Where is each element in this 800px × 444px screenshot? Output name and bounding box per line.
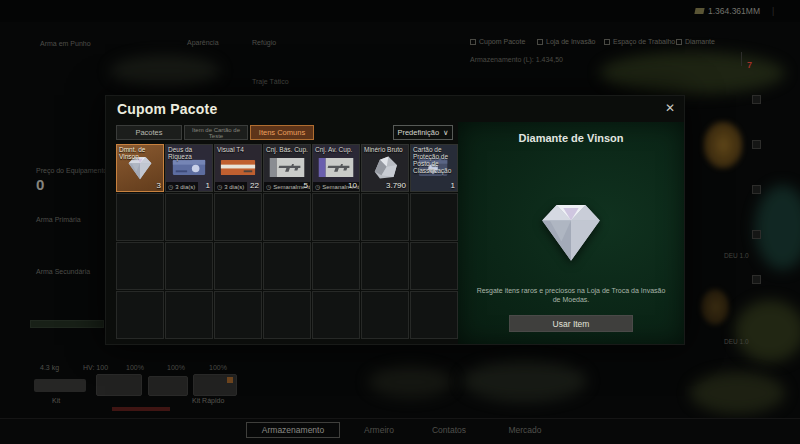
tab-pacotes[interactable]: Pacotes [116,125,182,140]
item-list-pane: Pacotes Item de Cartão de Teste Itens Co… [106,122,458,344]
divider [741,52,742,66]
item-cell-cart-o-de-prote-o-de-posto-de-classifica-o[interactable]: Cartão de Proteção de Posto de Classific… [410,144,458,192]
shop-icon [537,39,543,45]
map-texture [735,300,800,362]
side-menu-icon[interactable] [752,140,761,149]
empty-cell[interactable] [410,291,458,339]
side-menu-icon[interactable] [752,185,761,194]
empty-cell[interactable] [410,242,458,290]
item-name: Cnj. Av. Cup. [315,146,357,153]
nav-cupom-pacote[interactable]: Cupom Pacote [470,38,525,45]
side-menu-icon[interactable] [752,275,761,284]
item-cell-cnj-av-cup[interactable]: Cnj. Av. Cup.◷Semanalmente10 [312,144,360,192]
label-preco-equipamento: Preço do Equipamento: [36,167,109,174]
card-orange-icon [219,153,257,182]
money-icon [694,8,704,14]
clock-icon: ◷ [266,183,271,190]
currency-display: 1.364.361MM | [695,6,774,16]
side-menu-icon[interactable] [752,95,761,104]
tab-mercado[interactable]: Mercado [494,422,556,438]
map-texture [462,360,587,402]
case-gray-icon [268,153,306,182]
label-arma-secundaria: Arma Secundária [36,268,90,275]
empty-cell[interactable] [263,193,311,241]
empty-cell[interactable] [165,242,213,290]
item-count: 10 [348,181,357,190]
tab-armazenamento[interactable]: Armazenamento [246,422,340,438]
crest-emblem [702,120,744,170]
tab-contatos[interactable]: Contatos [418,422,480,438]
detail-item-name: Diamante de Vinson [458,132,684,144]
label-traje-tatico: Traje Tático [252,78,289,85]
empty-cell[interactable] [116,242,164,290]
item-cell-visual-t4[interactable]: Visual T4◷3 dia(s)22 [214,144,262,192]
game-screen: 1.364.361MM | Cupom Pacote Loja de Invas… [0,0,800,444]
case-purple-icon [317,153,355,182]
item-duration-badge: ◷3 dia(s) [215,182,247,191]
empty-cell[interactable] [165,291,213,339]
item-detail-pane: Diamante de Vinson Resgate itens raros e… [458,122,684,344]
detail-description: Resgate itens raros e preciosos na Loja … [472,286,670,304]
chevron-down-icon: ∨ [443,128,449,137]
clock-icon: ◷ [168,183,173,190]
item-count: 1 [451,181,455,190]
version-label: DEU 1.0 [724,252,749,259]
modal-header: Cupom Pacote ✕ [106,96,684,122]
item-cell-min-rio-bruto[interactable]: Minério Bruto3.790 [361,144,409,192]
label-refugio: Refúgio [252,39,276,46]
equip-slot[interactable] [148,376,188,396]
tab-itens-comuns[interactable]: Itens Comuns [250,125,314,140]
label-aparencia: Aparência [187,39,219,46]
tab-item-cartao-teste[interactable]: Item de Cartão de Teste [184,125,248,140]
diamond-image [523,194,619,268]
currency-value: 1.364.361MM [708,6,760,16]
stat-durability-3: 100% [209,364,227,371]
preset-dropdown[interactable]: Predefinição ∨ [393,125,453,140]
nav-espaco-trabalho[interactable]: Espaço de Trabalho [604,38,675,45]
item-cell-cnj-b-s-cup[interactable]: Cnj. Bás. Cup.◷Semanalmente5 [263,144,311,192]
map-texture [690,372,785,414]
item-name: Deus da Riqueza [168,146,210,160]
divider: | [772,6,774,16]
storage-capacity-label: Armazenamento (L): 1.434,50 [470,56,563,63]
modal-title: Cupom Pacote [117,101,217,117]
empty-cell[interactable] [116,193,164,241]
empty-cell[interactable] [116,291,164,339]
label-arma-primaria: Arma Primária [36,216,81,223]
empty-cell[interactable] [312,242,360,290]
notification-dot [227,377,233,383]
empty-cell[interactable] [361,242,409,290]
nav-diamante[interactable]: Diamante [676,38,715,45]
empty-cell[interactable] [214,242,262,290]
empty-cell[interactable] [165,193,213,241]
empty-cell[interactable] [361,291,409,339]
map-texture [600,52,785,94]
close-icon[interactable]: ✕ [665,101,675,115]
nav-loja-invasao[interactable]: Loja de Invasão [537,38,595,45]
label-arma-em-punho: Arma em Punho [40,40,91,47]
empty-cell[interactable] [263,242,311,290]
tab-armeiro[interactable]: Armeiro [348,422,410,438]
workbench-icon [604,39,610,45]
side-menu-icon[interactable] [752,230,761,239]
stat-durability-1: 100% [126,364,144,371]
empty-cell[interactable] [214,193,262,241]
empty-cell[interactable] [312,291,360,339]
map-texture [110,55,220,87]
map-texture [368,366,453,398]
empty-cell[interactable] [312,193,360,241]
alert-count: 7 [747,60,752,70]
empty-cell[interactable] [410,193,458,241]
item-name: Cnj. Bás. Cup. [266,146,308,153]
clock-icon: ◷ [217,183,222,190]
empty-cell[interactable] [361,193,409,241]
stat-weight: 4.3 kg [40,364,59,371]
item-cell-deus-da-riqueza[interactable]: Deus da Riqueza◷3 dia(s)1 [165,144,213,192]
equip-slot[interactable] [96,374,142,396]
item-grid: Dmnt. de Vinson3Deus da Riqueza◷3 dia(s)… [116,144,458,339]
version-label: DEU 1.0 [724,338,749,345]
item-cell-dmnt-de-vinson[interactable]: Dmnt. de Vinson3 [116,144,164,192]
empty-cell[interactable] [214,291,262,339]
empty-cell[interactable] [263,291,311,339]
use-item-button[interactable]: Usar Item [509,315,633,332]
